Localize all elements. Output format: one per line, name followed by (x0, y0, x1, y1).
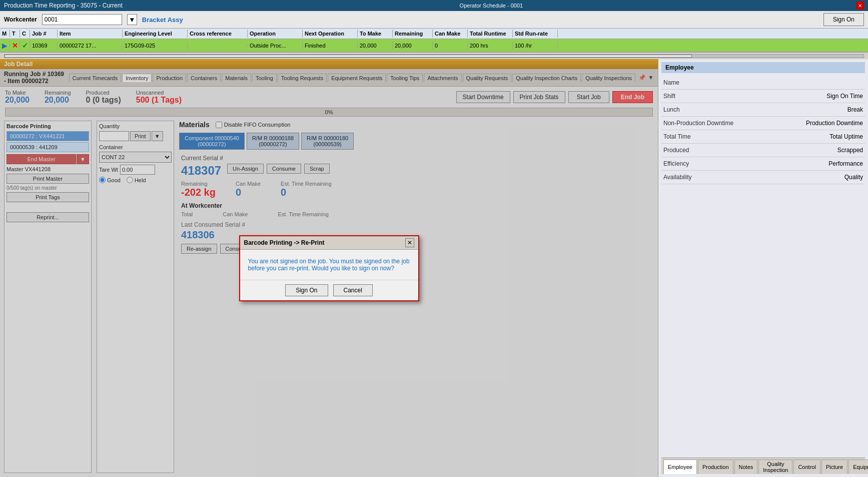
col-job: Job # (30, 30, 58, 38)
row-icon-m: ▶ (0, 41, 10, 51)
title-bar: Production Time Reporting - 35075 - Curr… (0, 0, 868, 11)
col-can-make: Can Make (433, 30, 468, 38)
right-tab-notes[interactable]: Notes (734, 459, 758, 474)
top-bar: Workcenter ▼ Bracket Assy Sign On (0, 11, 868, 29)
quality-label: Quality (844, 174, 863, 181)
right-panel-lunch-row: Lunch Break (661, 103, 865, 117)
row-std-run-rate: 100 /hr (513, 42, 558, 50)
bracket-label: Bracket Assy (142, 16, 183, 24)
grid-scrollbar[interactable] (0, 52, 868, 59)
row-eng-level: 175G09-025 (123, 42, 188, 50)
right-panel-efficiency-row: Efficiency Performance (661, 157, 865, 171)
row-can-make: 0 (433, 42, 468, 50)
nonprod-label: Non-Production Downtime (663, 120, 733, 127)
modal-footer: Sign On Cancel (240, 280, 418, 300)
row-job-num: 10369 (30, 42, 58, 50)
col-m: M (0, 30, 10, 38)
right-tab-picture[interactable]: Picture (821, 459, 847, 474)
title-bar-subtitle: Operator Schedule - 0001 (460, 3, 523, 9)
row-cross-ref (188, 45, 248, 47)
main-window: Workcenter ▼ Bracket Assy Sign On M T C … (0, 11, 868, 477)
total-uptime-label: Total Uptime (829, 133, 863, 140)
break-label: Break (847, 106, 863, 113)
col-to-make: To Make (358, 30, 393, 38)
col-item: Item (58, 30, 123, 38)
lunch-label: Lunch (663, 106, 680, 113)
right-tab-employee[interactable]: Employee (663, 459, 697, 474)
right-panel-availability-row: Availability Quality (661, 171, 865, 184)
row-operation: Outside Proc... (248, 42, 303, 50)
col-total-runtime: Total Runtime (468, 30, 513, 38)
modal-message: You are not signed on the job. You must … (248, 258, 410, 272)
col-t: T (10, 30, 20, 38)
main-content: Job Detail Running Job # 10369 - Item 00… (0, 59, 658, 477)
modal-title-bar: Barcode Printing -> Re-Print ✕ (240, 236, 418, 250)
produced-label-rp: Produced (663, 147, 689, 154)
play-icon: ▶ (2, 42, 8, 50)
right-panel-header: Employee (661, 62, 865, 73)
scrollbar-thumb[interactable] (5, 55, 692, 58)
row-remaining: 20,000 (393, 42, 433, 50)
right-tab-quality-inspection[interactable]: Quality Inspection (758, 459, 792, 474)
col-remaining: Remaining (393, 30, 433, 38)
right-panel-produced-row: Produced Scrapped (661, 144, 865, 157)
col-next-op: Next Operation (303, 30, 358, 38)
workcenter-label: Workcenter (4, 16, 37, 23)
col-cross-ref: Cross reference (188, 30, 248, 38)
modal-close-button[interactable]: ✕ (405, 238, 414, 247)
col-operation: Operation (248, 30, 303, 38)
title-bar-text: Production Time Reporting - 35075 - Curr… (4, 2, 123, 9)
col-eng-level: Engineering Level (123, 30, 188, 38)
modal-sign-on-button[interactable]: Sign On (285, 284, 328, 296)
col-c: C (20, 30, 30, 38)
availability-label: Availability (663, 174, 691, 181)
scrapped-label: Scrapped (837, 147, 863, 154)
close-window-button[interactable]: ✕ (856, 2, 864, 10)
right-panel-name-row: Name (661, 76, 865, 90)
right-panel: Employee Name Shift Sign On Time Lunch B… (658, 59, 868, 477)
right-tab-equipment[interactable]: Equipment (848, 459, 868, 474)
right-panel-shift-row: Shift Sign On Time (661, 90, 865, 103)
performance-label: Performance (828, 160, 863, 167)
row-total-runtime: 200 hrs (468, 42, 513, 50)
workcenter-dropdown-button[interactable]: ▼ (127, 14, 137, 25)
right-panel-nonprod-row: Non-Production Downtime Production Downt… (661, 117, 865, 130)
grid-data-row[interactable]: ▶ ✕ ✓ ✓ 10369 00000272 17... 175G09-025 … (0, 39, 868, 52)
modal-body: You are not signed on the job. You must … (240, 250, 418, 280)
right-tab-production[interactable]: Production (698, 459, 733, 474)
modal-title: Barcode Printing -> Re-Print (244, 239, 325, 246)
modal-overlay: Barcode Printing -> Re-Print ✕ You are n… (0, 59, 658, 477)
col-std-run-rate: Std Run-rate (513, 30, 558, 38)
right-panel-tabs: Employee Production Notes Quality Inspec… (661, 457, 865, 474)
prod-downtime-label: Production Downtime (806, 120, 863, 127)
sign-on-time-label: Sign On Time (826, 93, 863, 100)
name-label: Name (663, 79, 679, 86)
check-icon-1: ✓ (22, 42, 28, 50)
row-icon-c: ✓ ✓ (20, 41, 30, 51)
row-next-op: Finished (303, 42, 358, 50)
sign-on-top-button[interactable]: Sign On (823, 13, 864, 26)
modal-cancel-button[interactable]: Cancel (333, 284, 373, 296)
row-to-make: 20,000 (358, 42, 393, 50)
x-icon: ✕ (12, 42, 18, 50)
efficiency-label: Efficiency (663, 160, 689, 167)
shift-label: Shift (663, 93, 675, 100)
row-icon-t: ✕ (10, 41, 20, 51)
row-item: 00000272 17... (58, 42, 123, 50)
content-area: Job Detail Running Job # 10369 - Item 00… (0, 52, 868, 477)
right-panel-totaltime-row: Total Time Total Uptime (661, 130, 865, 144)
right-tab-control[interactable]: Control (793, 459, 820, 474)
scrollbar-track[interactable] (4, 54, 864, 58)
workcenter-input[interactable] (42, 14, 122, 25)
modal-dialog: Barcode Printing -> Re-Print ✕ You are n… (239, 235, 419, 301)
grid-header: M T C Job # Item Engineering Level Cross… (0, 29, 868, 39)
total-time-label: Total Time (663, 133, 691, 140)
